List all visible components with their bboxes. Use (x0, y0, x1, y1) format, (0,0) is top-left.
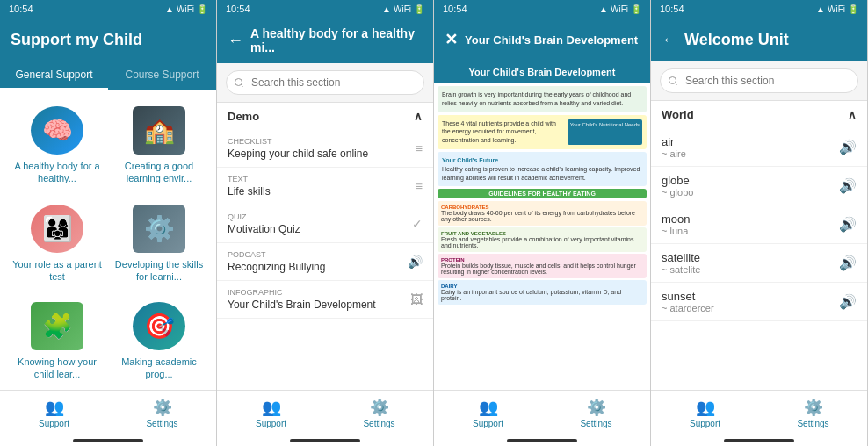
phone-4: 10:54 ▲ WiFi 🔋 ← Welcome Unit World ∧ ai… (651, 0, 868, 446)
home-indicator-3 (507, 439, 577, 442)
text-icon: ≡ (416, 179, 423, 193)
search-bar-2 (217, 63, 433, 103)
speaker-icon-moon[interactable]: 🔊 (839, 216, 857, 233)
grid-item-target[interactable]: 🎯 Making academic prog... (109, 293, 209, 390)
word-satellite: satellite (662, 251, 700, 264)
tab-course-support[interactable]: Course Support (108, 61, 216, 90)
grid-label-5: Making academic prog... (114, 356, 204, 381)
item-type-2: QUIZ (228, 212, 300, 221)
section-header-2[interactable]: Demo ∧ (217, 103, 433, 130)
nav-settings-3[interactable]: ⚙️ Settings (542, 396, 650, 430)
section-label: World (662, 108, 694, 121)
quiz-icon: ✓ (412, 217, 423, 231)
word-item-satellite[interactable]: satellite ~ satelite 🔊 (651, 244, 867, 283)
item-title-1: Life skills (228, 185, 271, 198)
search-bar-4 (651, 61, 867, 101)
content-1: 🧠 A healthy body for a healthy... 🏫 Crea… (0, 90, 216, 390)
word-section-header[interactable]: World ∧ (651, 101, 867, 128)
search-input-4[interactable] (660, 68, 858, 93)
tab-bar-1: General Support Course Support (0, 61, 216, 90)
puzzle-icon: 🧩 (31, 302, 83, 350)
list-item-infographic[interactable]: INFOGRAPHIC Your Child's Brain Developme… (217, 281, 433, 319)
grid-item-gears[interactable]: ⚙️ Developing the skills for learni... (109, 196, 209, 292)
brain-icon: 🧠 (31, 106, 83, 155)
speaker-icon-air[interactable]: 🔊 (839, 139, 857, 155)
speaker-icon-satellite[interactable]: 🔊 (839, 255, 857, 271)
header-title-4: Welcome Unit (684, 31, 789, 49)
settings-icon-3: ⚙️ (587, 398, 606, 417)
phone-1: 10:54 ▲ WiFi 🔋 Support my Child General … (0, 0, 217, 446)
trans-sunset: ~ atardercer (662, 303, 714, 313)
status-icons-1: ▲ WiFi 🔋 (165, 4, 207, 14)
word-item-globe[interactable]: globe ~ globo 🔊 (651, 167, 867, 205)
list-item-quiz[interactable]: QUIZ Motivation Quiz ✓ (217, 205, 433, 243)
header-3: ✕ Your Child's Brain Development (434, 18, 650, 61)
status-bar-3: 10:54 ▲ WiFi 🔋 (434, 0, 650, 18)
target-icon: 🎯 (133, 302, 185, 350)
grid-label-2: Your role as a parent test (12, 258, 102, 284)
settings-icon-4: ⚙️ (804, 398, 823, 417)
word-item-moon[interactable]: moon ~ luna 🔊 (651, 205, 867, 244)
trans-air: ~ aire (662, 148, 686, 159)
bottom-nav-2: 👥 Support ⚙️ Settings (217, 390, 433, 435)
word-air: air (662, 135, 686, 148)
word-sunset: sunset (662, 290, 714, 303)
item-title-3: Recognizing Bullying (228, 261, 325, 273)
speaker-icon-sunset[interactable]: 🔊 (839, 293, 857, 310)
close-button-3[interactable]: ✕ (445, 30, 458, 49)
item-type-4: INFOGRAPHIC (228, 288, 376, 297)
word-item-air[interactable]: air ~ aire 🔊 (651, 128, 867, 167)
bottom-nav-4: 👥 Support ⚙️ Settings (651, 390, 867, 435)
phone-3: 10:54 ▲ WiFi 🔋 ✕ Your Child's Brain Deve… (434, 0, 651, 446)
nutritional-needs-box: Your Child's Nutritional Needs (568, 119, 642, 145)
grid-item-building[interactable]: 🏫 Creating a good learning envir... (109, 97, 209, 194)
parent-icon: 👨‍👩‍👧 (31, 205, 83, 253)
grid-item-parent[interactable]: 👨‍👩‍👧 Your role as a parent test (7, 196, 107, 292)
nav-settings-4[interactable]: ⚙️ Settings (759, 396, 867, 430)
nav-settings-2[interactable]: ⚙️ Settings (325, 396, 433, 430)
word-item-sunset[interactable]: sunset ~ atardercer 🔊 (651, 283, 867, 321)
content-3: Your Child's Brain Development Brain gro… (434, 61, 650, 390)
list-item-checklist[interactable]: CHECKLIST Keeping your child safe online… (217, 130, 433, 168)
home-indicator-2 (290, 439, 360, 442)
dairy-section: DAIRY Dairy is an important source of ca… (438, 280, 647, 305)
header-1: Support my Child (0, 18, 216, 61)
nav-settings-1[interactable]: ⚙️ Settings (108, 396, 216, 430)
home-indicator-4 (724, 439, 794, 442)
time-1: 10:54 (9, 4, 33, 14)
back-arrow-2[interactable]: ← (228, 32, 243, 50)
status-icons-4: ▲ WiFi 🔋 (816, 4, 858, 14)
content-4: World ∧ air ~ aire 🔊 globe ~ globo 🔊 moo… (651, 101, 867, 390)
list-item-podcast[interactable]: PODCAST Recognizing Bullying 🔊 (217, 243, 433, 281)
time-3: 10:54 (443, 4, 467, 14)
nav-support-4[interactable]: 👥 Support (651, 396, 759, 430)
tab-general-support[interactable]: General Support (0, 61, 108, 90)
support-icon-4: 👥 (696, 398, 715, 417)
nav-support-1[interactable]: 👥 Support (0, 396, 108, 430)
status-bar-1: 10:54 ▲ WiFi 🔋 (0, 0, 216, 18)
chevron-up-icon: ∧ (848, 108, 857, 121)
support-icon-2: 👥 (262, 398, 281, 417)
infographic-intro: Brain growth is very important during th… (438, 86, 647, 112)
fruits-section: FRUIT AND VEGETABLES Fresh and vegetable… (438, 227, 647, 252)
grid-label-3: Developing the skills for learni... (114, 258, 204, 284)
grid-item-puzzle[interactable]: 🧩 Knowing how your child lear... (7, 293, 107, 390)
time-4: 10:54 (660, 4, 684, 14)
header-title-1: Support my Child (11, 31, 142, 49)
settings-icon-1: ⚙️ (153, 398, 172, 417)
checklist-icon: ≡ (416, 141, 423, 155)
search-input-2[interactable] (226, 70, 424, 95)
back-arrow-4[interactable]: ← (662, 31, 677, 49)
building-icon: 🏫 (133, 106, 185, 155)
header-title-2: A healthy body for a healthy mi... (250, 26, 423, 54)
header-4: ← Welcome Unit (651, 18, 867, 61)
item-title-4: Your Child's Brain Development (228, 299, 376, 311)
grid-item-brain[interactable]: 🧠 A healthy body for a healthy... (7, 97, 107, 194)
nav-support-2[interactable]: 👥 Support (217, 396, 325, 430)
header-title-3: Your Child's Brain Development (465, 33, 638, 47)
infographic-future: Your Child's Future Healthy eating is pr… (438, 152, 647, 186)
speaker-icon-globe[interactable]: 🔊 (839, 177, 857, 194)
nav-support-3[interactable]: 👥 Support (434, 396, 542, 430)
list-item-text[interactable]: TEXT Life skills ≡ (217, 168, 433, 205)
infographic-icon: 🖼 (410, 292, 423, 306)
